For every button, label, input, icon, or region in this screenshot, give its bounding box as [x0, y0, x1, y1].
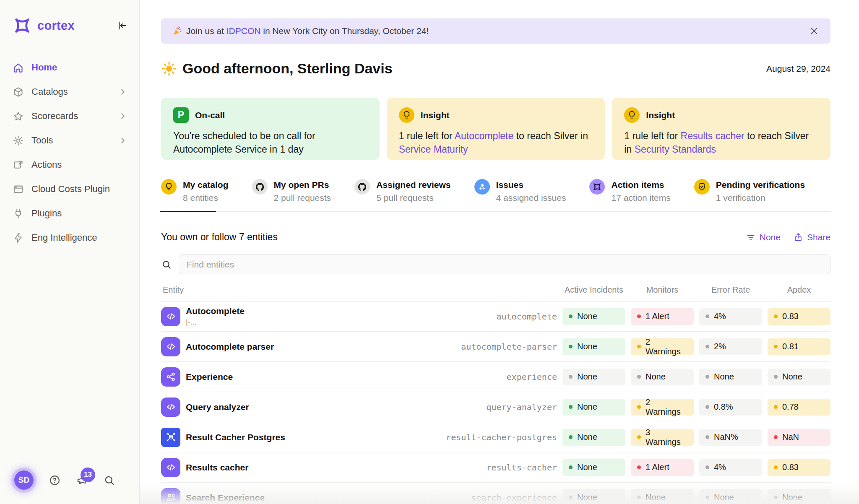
tab-pending-verifications[interactable]: Pending verifications1 verification: [694, 179, 805, 211]
entity-name[interactable]: Search Experience: [186, 493, 466, 503]
search-input[interactable]: [179, 255, 830, 274]
sidebar-item-scorecards[interactable]: Scorecards: [13, 107, 128, 126]
search-icon: [161, 259, 172, 270]
error-rate-badge: 2%: [699, 338, 762, 355]
share-button[interactable]: Share: [793, 232, 830, 242]
tab-action-items[interactable]: Action items17 action items: [589, 179, 670, 211]
error-rate-badge: None: [699, 489, 762, 504]
sidebar-item-plugins[interactable]: Plugins: [13, 204, 128, 223]
entities-header-row: You own or follow 7 entities None Share: [161, 231, 830, 243]
table-row[interactable]: Result Cacher Postgres result-cacher-pos…: [161, 422, 830, 452]
users-icon: [161, 488, 180, 504]
status-dot-icon: [637, 345, 641, 348]
sidebar-item-tools[interactable]: Tools: [13, 131, 128, 150]
table-row[interactable]: Results cacher results-cacher None 1 Ale…: [161, 452, 830, 483]
table-row[interactable]: Search Experience search-experience None…: [161, 483, 830, 504]
entity-link[interactable]: Results cacher: [681, 130, 744, 141]
search-icon[interactable]: [103, 474, 115, 486]
monitors-badge: None: [631, 369, 694, 385]
status-dot-icon: [569, 314, 573, 318]
sidebar-item-label: Catalogs: [31, 86, 68, 97]
scorecard-link[interactable]: Security Standards: [635, 144, 716, 155]
status-dot-icon: [705, 314, 709, 318]
active-incidents-badge: None: [562, 429, 625, 446]
entity-name[interactable]: Query analyzer: [186, 402, 481, 412]
status-dot-icon: [774, 405, 778, 409]
party-popper-icon: [172, 26, 183, 36]
column-header-active-incidents: Active Incidents: [562, 285, 625, 295]
table-row[interactable]: Query analyzer query-analyzer None 2 War…: [161, 392, 830, 422]
table-row[interactable]: Experience experience None None None Non…: [161, 362, 830, 392]
error-rate-badge: 0.8%: [699, 399, 762, 416]
status-dot-icon: [774, 465, 778, 469]
entity-name[interactable]: Autocomplete parser: [186, 342, 456, 352]
column-header-monitors: Monitors: [631, 285, 694, 295]
on-call-card: P On-call You're scheduled to be on call…: [161, 98, 380, 160]
card-title: On-call: [195, 110, 225, 120]
home-icon: [13, 62, 24, 73]
active-incidents-badge: None: [562, 369, 625, 385]
entity-link[interactable]: Autocomplete: [455, 130, 514, 141]
sidebar-collapse-button[interactable]: [116, 20, 128, 31]
sidebar-item-cloud-costs-plugin[interactable]: Cloud Costs Plugin: [13, 179, 128, 199]
entity-name[interactable]: Autocomplete: [186, 306, 491, 316]
tab-assigned-reviews[interactable]: Assigned reviews5 pull requests: [354, 179, 450, 211]
avatar[interactable]: SD: [14, 470, 34, 490]
status-dot-icon: [705, 496, 709, 499]
announcement-banner: Join us at IDPCON in New York City on Th…: [161, 18, 830, 44]
status-dot-icon: [569, 345, 573, 348]
highlight-cards: P On-call You're scheduled to be on call…: [161, 98, 830, 160]
page-title: Good afternoon, Sterling Davis: [161, 60, 393, 77]
active-incidents-badge: None: [562, 399, 625, 416]
scorecard-link[interactable]: Service Maturity: [399, 144, 468, 155]
help-icon[interactable]: [49, 474, 61, 486]
filter-icon: [746, 232, 756, 242]
sidebar-item-label: Cloud Costs Plugin: [31, 184, 110, 195]
status-dot-icon: [774, 314, 778, 318]
status-dot-icon: [569, 375, 573, 379]
status-dot-icon: [705, 435, 709, 439]
entity-name[interactable]: Results cacher: [186, 462, 481, 473]
status-dot-icon: [637, 496, 641, 499]
apdex-badge: None: [768, 369, 830, 385]
table-row[interactable]: Autocomplete |-... autocomplete None 1 A…: [161, 301, 830, 332]
status-dot-icon: [774, 435, 778, 439]
tab-issues[interactable]: Issues4 assigned issues: [474, 179, 566, 211]
sidebar-item-label: Eng Intelligence: [31, 232, 97, 243]
chevron-right-icon: [118, 87, 128, 96]
filter-button[interactable]: None: [746, 232, 781, 242]
dashboard-tabs: My catalog8 entities My open PRs2 pull r…: [161, 179, 830, 212]
lightbulb-icon: [399, 107, 414, 123]
tab-my-catalog[interactable]: My catalog8 entities: [161, 179, 229, 211]
sidebar-item-actions[interactable]: Actions: [13, 155, 128, 174]
card-title: Insight: [421, 110, 450, 120]
jira-icon: [474, 179, 490, 195]
close-icon[interactable]: [809, 26, 820, 36]
banner-link[interactable]: IDPCON: [226, 26, 261, 36]
status-dot-icon: [637, 405, 641, 409]
cloud-costs-icon: [13, 184, 24, 195]
tab-my-open-prs[interactable]: My open PRs2 pull requests: [252, 179, 331, 211]
sidebar-item-eng-intelligence[interactable]: Eng Intelligence: [13, 228, 128, 247]
status-dot-icon: [569, 465, 573, 469]
entity-slug: experience: [507, 372, 557, 382]
sidebar-item-label: Scorecards: [31, 111, 78, 122]
lightbulb-icon: [624, 107, 640, 123]
pagerduty-icon: P: [173, 107, 189, 123]
entity-name[interactable]: Result Cacher Postgres: [186, 432, 440, 442]
sidebar-item-home[interactable]: Home: [13, 58, 128, 77]
status-dot-icon: [774, 345, 778, 348]
table-row[interactable]: Autocomplete parser autocomplete-parser …: [161, 332, 830, 362]
status-dot-icon: [705, 405, 709, 409]
announcements-button[interactable]: 13: [76, 474, 88, 486]
entity-name[interactable]: Experience: [186, 372, 501, 382]
status-dot-icon: [774, 496, 778, 499]
app-window: cortex Home Catalogs Scorecards Tools: [0, 0, 859, 504]
status-dot-icon: [705, 465, 709, 469]
sidebar-item-catalogs[interactable]: Catalogs: [13, 82, 128, 101]
eng-intelligence-icon: [13, 232, 24, 244]
monitors-badge: 1 Alert: [631, 308, 694, 325]
greeting-row: Good afternoon, Sterling Davis August 29…: [161, 60, 830, 77]
status-dot-icon: [569, 405, 573, 409]
sidebar: cortex Home Catalogs Scorecards Tools: [0, 0, 140, 504]
